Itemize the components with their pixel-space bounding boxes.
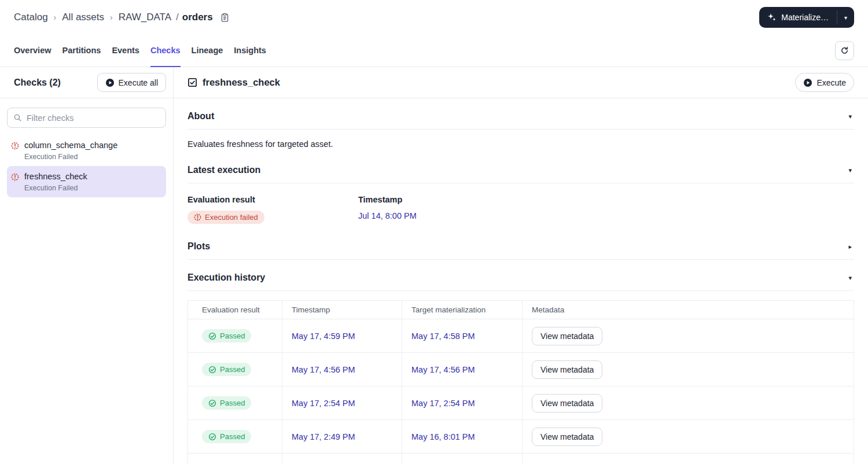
table-row: Passed May 17, 2:54 PM May 17, 2:54 PM V…	[188, 386, 854, 420]
execute-label: Execute	[816, 78, 846, 87]
breadcrumb-slash: /	[176, 12, 179, 23]
passed-badge-label: Passed	[220, 365, 245, 374]
tab-partitions[interactable]: Partitions	[62, 35, 101, 67]
metadata-cell: View metadata	[523, 386, 854, 419]
target-materialization-link[interactable]: May 17, 2:54 PM	[411, 399, 475, 408]
column-header-metadata: Metadata	[523, 301, 854, 319]
materialize-button[interactable]: Materialize…	[759, 7, 837, 28]
view-metadata-button[interactable]: View metadata	[532, 394, 602, 413]
check-circle-icon	[208, 332, 216, 340]
copy-asset-name-button[interactable]	[220, 13, 230, 23]
table-row: Passed May 17, 2:49 PM May 16, 8:01 PM V…	[188, 420, 854, 454]
section-plots-header[interactable]: Plots ▸	[187, 229, 854, 259]
content-area: Checks (2) Execute all	[0, 67, 868, 464]
execution-failed-icon	[11, 173, 19, 192]
latest-execution-fields: Evaluation result Execution failed Times…	[187, 183, 854, 229]
target-materialization-cell: May 16, 8:01 PM	[402, 420, 523, 453]
check-name-title: freshness_check	[203, 77, 280, 88]
check-item-text: freshness_check Execution Failed	[24, 172, 87, 192]
table-header-row: Evaluation result Timestamp Target mater…	[188, 301, 854, 319]
evaluation-result-cell	[188, 454, 282, 464]
target-materialization-link[interactable]: May 17, 4:58 PM	[411, 332, 475, 341]
play-circle-icon	[105, 78, 115, 87]
check-circle-icon	[208, 366, 216, 374]
latest-execution-timestamp-link[interactable]: Jul 14, 8:00 PM	[358, 211, 417, 220]
passed-badge: Passed	[202, 396, 251, 410]
check-list-item-freshness-check[interactable]: freshness_check Execution Failed	[7, 166, 166, 197]
check-item-name: column_schema_change	[24, 141, 117, 150]
timestamp-label: Timestamp	[358, 195, 854, 204]
breadcrumb-separator: ›	[54, 13, 57, 22]
timestamp-link[interactable]: May 17, 2:49 PM	[292, 432, 355, 441]
breadcrumb: Catalog › All assets › RAW_DATA / orders	[14, 12, 230, 23]
tab-events[interactable]: Events	[112, 35, 139, 67]
timestamp-cell	[282, 454, 402, 464]
check-item-text: column_schema_change Execution Failed	[24, 141, 117, 161]
search-icon	[13, 113, 22, 122]
evaluation-result-label: Evaluation result	[187, 195, 358, 204]
column-header-timestamp: Timestamp	[282, 301, 402, 319]
chevron-down-icon: ▾	[848, 167, 854, 174]
chevron-right-icon: ▸	[848, 243, 854, 251]
check-list-item-column-schema-change[interactable]: column_schema_change Execution Failed	[7, 135, 166, 166]
breadcrumb-asset-group[interactable]: RAW_DATA	[119, 12, 171, 23]
check-circle-icon	[208, 433, 216, 441]
passed-badge-label: Passed	[220, 399, 245, 407]
execute-all-button[interactable]: Execute all	[97, 73, 166, 92]
breadcrumb-all-assets[interactable]: All assets	[62, 12, 104, 23]
timestamp-cell: May 17, 4:56 PM	[282, 353, 402, 386]
asset-tab-bar: Overview Partitions Events Checks Lineag…	[0, 35, 868, 67]
checks-count-title: Checks (2)	[14, 78, 61, 88]
timestamp-link[interactable]: May 17, 4:56 PM	[292, 365, 355, 374]
filter-checks-input[interactable]	[27, 113, 160, 123]
timestamp-link[interactable]: May 17, 4:59 PM	[292, 332, 355, 341]
refresh-icon	[840, 46, 849, 55]
target-materialization-link[interactable]: May 16, 8:01 PM	[411, 432, 475, 441]
breadcrumb-catalog[interactable]: Catalog	[14, 12, 48, 23]
section-execution-history-header[interactable]: Execution history ▾	[187, 260, 854, 290]
view-metadata-button[interactable]: View metadata	[532, 327, 602, 345]
execution-history-table: Evaluation result Timestamp Target mater…	[187, 300, 854, 464]
play-circle-icon	[803, 78, 812, 87]
target-materialization-link[interactable]: May 17, 4:56 PM	[411, 365, 475, 374]
metadata-cell: View metadata	[523, 353, 854, 386]
target-materialization-cell: May 17, 4:58 PM	[402, 319, 523, 352]
execution-failed-icon	[194, 213, 201, 221]
execution-failed-icon	[11, 142, 19, 161]
sparkle-icon	[767, 13, 777, 22]
tab-lineage[interactable]: Lineage	[192, 35, 223, 67]
check-circle-icon	[208, 399, 216, 407]
section-title: About	[187, 111, 214, 121]
timestamp-link[interactable]: May 17, 2:54 PM	[292, 399, 355, 408]
check-item-name: freshness_check	[24, 172, 87, 181]
check-detail-header: freshness_check Execute	[174, 67, 868, 98]
tab-overview[interactable]: Overview	[14, 35, 52, 67]
checks-sidebar-header: Checks (2) Execute all	[0, 67, 173, 98]
table-row: Passed May 17, 4:59 PM May 17, 4:58 PM V…	[188, 319, 854, 353]
view-metadata-button[interactable]: View metadata	[532, 360, 602, 379]
evaluation-result-cell: Passed	[188, 386, 282, 419]
view-metadata-button[interactable]: View metadata	[532, 428, 602, 446]
check-detail-body: About ▾ Evaluates freshness for targeted…	[174, 98, 868, 464]
section-title: Plots	[187, 241, 210, 252]
section-latest-execution-header[interactable]: Latest execution ▾	[187, 152, 854, 183]
materialize-split-button: Materialize… ▾	[759, 7, 854, 28]
execute-button[interactable]: Execute	[795, 73, 854, 92]
metadata-cell	[523, 454, 854, 464]
clipboard-icon	[220, 13, 230, 23]
tab-insights[interactable]: Insights	[234, 35, 266, 67]
materialize-dropdown-button[interactable]: ▾	[837, 7, 854, 28]
tab-checks[interactable]: Checks	[150, 35, 181, 67]
execution-failed-badge: Execution failed	[187, 211, 264, 224]
refresh-button[interactable]	[835, 41, 854, 60]
check-item-status: Execution Failed	[24, 184, 87, 192]
checks-sidebar: Checks (2) Execute all	[0, 67, 174, 464]
check-item-status: Execution Failed	[24, 153, 117, 161]
top-bar: Catalog › All assets › RAW_DATA / orders	[0, 0, 868, 35]
section-about-header[interactable]: About ▾	[187, 98, 854, 129]
check-description: Evaluates freshness for targeted asset.	[187, 130, 854, 152]
timestamp-cell: May 17, 2:49 PM	[282, 420, 402, 453]
chevron-down-icon: ▾	[848, 113, 854, 120]
checks-sidebar-body: column_schema_change Execution Failed fr…	[0, 98, 173, 207]
target-materialization-cell	[402, 454, 523, 464]
